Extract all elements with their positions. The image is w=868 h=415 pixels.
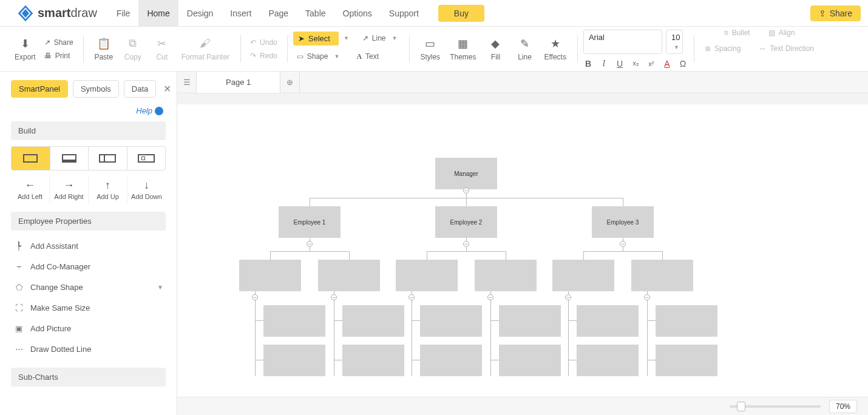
node-blank[interactable] [499,345,561,376]
shape-type-4[interactable] [127,147,166,170]
node-blank[interactable] [656,305,717,337]
change-shape[interactable]: ⬠Change Shape▼ [11,277,166,297]
fill-button[interactable]: ◆Fill [481,35,510,64]
line-style-button[interactable]: ✎Line [510,35,539,64]
collapse-toggle[interactable] [307,241,313,247]
line-dropdown[interactable]: ▼ [390,35,400,41]
node-blank[interactable] [342,345,404,376]
page-list-button[interactable]: ☰ [177,72,197,93]
shape-tool[interactable]: ▭Shape▼ [293,50,346,62]
menu-insert[interactable]: Insert [222,0,260,26]
collapse-toggle[interactable] [487,294,493,300]
text-tool[interactable]: AText [353,50,382,63]
export-button[interactable]: ⬇ Export [10,35,41,64]
node-blank[interactable] [499,305,561,337]
zoom-slider[interactable] [730,405,821,408]
close-panel-button[interactable]: ✕ [163,83,171,95]
node-employee-3[interactable]: Employee 3 [592,206,654,238]
add-picture[interactable]: ▣Add Picture [11,318,166,339]
add-up-button[interactable]: ↑Add Up [88,177,127,203]
redo-button[interactable]: ↷Redo [246,50,281,62]
paste-button[interactable]: 📋Paste [89,35,118,64]
node-blank[interactable] [396,260,458,291]
node-blank[interactable] [263,345,325,376]
menu-table[interactable]: Table [297,0,334,26]
collapse-toggle[interactable] [620,241,626,247]
share-button-sm[interactable]: ↗Share [41,36,77,49]
shape-type-3[interactable] [88,147,127,170]
add-down-button[interactable]: ↓Add Down [127,177,166,203]
collapse-toggle[interactable] [565,294,571,300]
node-employee-1[interactable]: Employee 1 [279,206,341,238]
buy-button[interactable]: Buy [438,5,484,22]
line-tool[interactable]: ↗Line▼ [359,32,404,44]
menu-file[interactable]: File [108,0,139,26]
node-blank[interactable] [342,305,404,337]
node-blank[interactable] [420,305,482,337]
text-color-button[interactable]: A [662,59,672,69]
font-family-select[interactable]: Arial [583,30,662,54]
shape-type-1[interactable] [12,147,50,170]
node-blank[interactable] [263,305,325,337]
zoom-percent[interactable]: 70% [829,400,857,413]
align-button[interactable]: ▤Align [765,27,799,39]
add-left-button[interactable]: ←Add Left [11,177,49,203]
format-painter-button[interactable]: 🖌Format Painter [177,35,234,64]
select-tool[interactable]: ➤Select [293,32,339,46]
collapse-toggle[interactable] [463,241,469,247]
canvas[interactable]: Manager Employee 1 Employee 2 Employee 3 [177,93,868,397]
italic-button[interactable]: I [599,59,609,69]
add-right-button[interactable]: →Add Right [49,177,88,203]
node-blank[interactable] [631,260,693,291]
node-blank[interactable] [475,260,537,291]
menu-page[interactable]: Page [260,0,297,26]
spacing-button[interactable]: ≣Spacing [701,42,744,55]
node-blank[interactable] [318,260,380,291]
select-dropdown[interactable]: ▼ [341,35,351,41]
bold-button[interactable]: B [583,59,593,69]
bullet-button[interactable]: ≡Bullet [721,27,754,39]
shape-type-2[interactable] [50,147,89,170]
styles-button[interactable]: ▭Styles [415,35,445,64]
symbol-button[interactable]: Ω [678,59,688,69]
cut-button[interactable]: ✂Cut [147,35,177,64]
add-co-manager[interactable]: ⫟Add Co-Manager [11,256,166,277]
node-blank[interactable] [656,345,717,376]
effects-button[interactable]: ★Effects [539,35,571,64]
draw-dotted-line[interactable]: ⋯Draw Dotted Line [11,339,166,359]
shape-dropdown[interactable]: ▼ [331,53,342,59]
add-page-button[interactable]: ⊕ [280,72,300,93]
node-blank[interactable] [420,345,482,376]
zoom-thumb[interactable] [737,402,745,411]
undo-button[interactable]: ↶Undo [246,36,281,49]
subscript-button[interactable]: x₂ [631,59,640,67]
help-link[interactable]: Help? [136,106,163,115]
node-manager[interactable]: Manager [435,158,497,189]
font-size-select[interactable]: 10 ▼ [666,30,683,54]
print-button[interactable]: 🖶Print [41,50,77,62]
logo[interactable]: smartdraw [0,0,108,26]
add-assistant[interactable]: ┡Add Assistant [11,235,166,256]
tab-data[interactable]: Data [124,80,156,98]
share-button-top[interactable]: ⇪ Share [810,5,861,21]
tab-symbols[interactable]: Symbols [73,80,119,98]
make-same-size[interactable]: ⛶Make Same Size [11,297,166,318]
collapse-toggle[interactable] [252,294,258,300]
superscript-button[interactable]: x² [646,60,656,67]
node-blank[interactable] [577,345,639,376]
page-tab-1[interactable]: Page 1 [197,72,280,93]
collapse-toggle[interactable] [409,294,415,300]
collapse-toggle[interactable] [463,187,469,194]
node-employee-2[interactable]: Employee 2 [435,206,497,238]
menu-design[interactable]: Design [178,0,222,26]
collapse-toggle[interactable] [644,294,650,300]
underline-button[interactable]: U [615,59,625,69]
text-direction-button[interactable]: ↔Text Direction [755,42,818,55]
themes-button[interactable]: ▦Themes [445,35,481,64]
copy-button[interactable]: ⧉Copy [118,35,147,64]
tab-smartpanel[interactable]: SmartPanel [11,80,68,98]
menu-home[interactable]: Home [138,0,178,26]
menu-options[interactable]: Options [334,0,381,26]
collapse-toggle[interactable] [331,294,337,300]
node-blank[interactable] [577,305,639,337]
